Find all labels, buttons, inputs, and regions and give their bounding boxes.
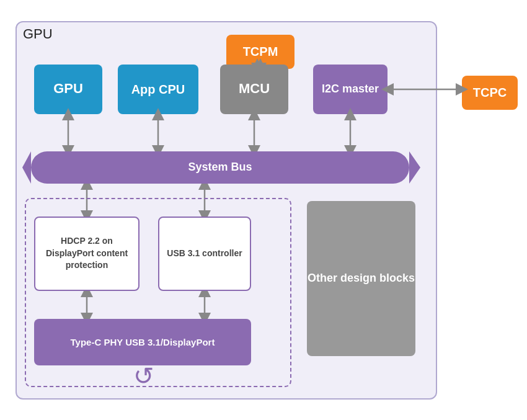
tcpc-block: TCPC bbox=[462, 76, 518, 110]
tcpm-block: TCPM bbox=[226, 35, 294, 69]
system-bus-block: System Bus bbox=[31, 151, 409, 184]
recycle-icon: ↺ bbox=[133, 362, 154, 390]
usb-controller-block: USB 3.1 controller bbox=[158, 217, 251, 291]
mcu-block: MCU bbox=[220, 65, 288, 114]
i2c-master-block: I2C master bbox=[313, 65, 388, 114]
gpu-block: GPU bbox=[34, 65, 102, 114]
soc-label: GPU bbox=[23, 26, 53, 42]
app-cpu-block: App CPU bbox=[118, 65, 198, 114]
diagram-wrapper: GPU TCPM GPU App CPU MCU I2C master TCPC bbox=[9, 9, 518, 412]
other-design-blocks: Other design blocks bbox=[307, 201, 415, 356]
typec-phy-block: Type-C PHY USB 3.1/DisplayPort bbox=[34, 319, 251, 365]
hdcp-block: HDCP 2.2 on DisplayPort content protecti… bbox=[34, 217, 140, 291]
